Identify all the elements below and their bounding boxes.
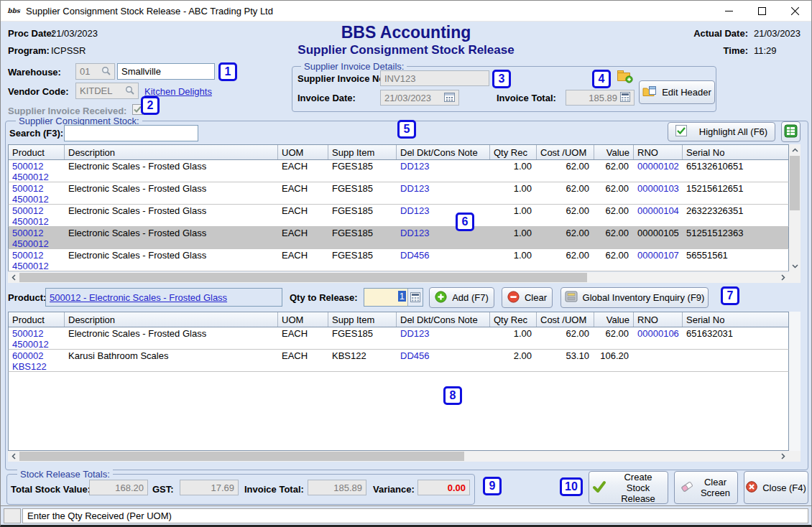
del-note-link[interactable]: DD123: [397, 160, 490, 182]
col-header[interactable]: Product: [9, 145, 65, 159]
close-button[interactable]: [778, 1, 811, 21]
qty-to-release-input[interactable]: 1: [364, 288, 423, 307]
col-header[interactable]: Value: [594, 312, 634, 327]
edit-header-button[interactable]: Edit Header: [639, 80, 715, 104]
uom-cell: EACH: [278, 227, 328, 248]
stock-table-vscroll[interactable]: [789, 144, 801, 272]
description-cell: Karusi Bathroom Scales: [65, 350, 278, 371]
col-header[interactable]: Del Dkt/Cons Note: [397, 145, 490, 159]
stock-table-hscroll[interactable]: [8, 272, 789, 283]
del-note-link[interactable]: DD456: [397, 249, 490, 271]
minimize-button[interactable]: [712, 1, 745, 21]
scroll-right-icon[interactable]: [778, 272, 789, 283]
product-code[interactable]: 500012: [12, 250, 61, 261]
scroll-thumb[interactable]: [19, 452, 464, 461]
col-header[interactable]: Serial No: [683, 312, 788, 327]
del-note-link[interactable]: DD123: [397, 205, 490, 226]
scroll-down-icon[interactable]: [789, 261, 801, 272]
product-code-alt[interactable]: 4500012: [12, 261, 61, 271]
del-note-link[interactable]: DD456: [397, 350, 490, 371]
supp-item-cell: FGES185: [328, 327, 397, 349]
value-cell: 62.00: [594, 327, 634, 349]
stock-table-row[interactable]: 5000124500012 Electronic Scales - Froste…: [8, 249, 789, 271]
product-code[interactable]: 500012: [12, 205, 61, 216]
scroll-thumb[interactable]: [790, 156, 800, 210]
product-code[interactable]: 500012: [12, 183, 61, 194]
global-inventory-enquiry-button[interactable]: Global Inventory Enquiry (F9): [560, 287, 709, 308]
rno-link[interactable]: 00000107: [634, 249, 683, 271]
product-code-alt[interactable]: 4500012: [12, 172, 61, 182]
del-note-link[interactable]: DD123: [397, 227, 490, 248]
vendor-lookup-icon[interactable]: [125, 85, 134, 97]
vendor-code-value: KITDEL: [80, 85, 125, 96]
col-header[interactable]: Cost /UOM: [537, 312, 594, 327]
col-header[interactable]: Qty Rec: [490, 145, 537, 159]
col-header[interactable]: Del Dkt/Cons Note: [397, 312, 490, 327]
warehouse-name-field[interactable]: Smallville: [117, 63, 215, 80]
col-header[interactable]: UOM: [278, 312, 328, 327]
release-table-row[interactable]: 5000124500012 Electronic Scales - Froste…: [8, 327, 789, 350]
product-link[interactable]: 500012 - Electronic Scales - Frosted Gla…: [50, 292, 227, 303]
stock-table-row-selected[interactable]: 5000124500012 Electronic Scales - Froste…: [8, 227, 789, 249]
rno-link[interactable]: 00000102: [634, 160, 683, 182]
vendor-name-link[interactable]: Kitchen Delights: [144, 86, 212, 97]
annotation-badge-5: 5: [397, 120, 416, 139]
search-input[interactable]: [64, 125, 198, 141]
scroll-right-icon[interactable]: [778, 451, 789, 462]
rno-link[interactable]: 00000104: [634, 205, 683, 226]
col-header[interactable]: Supp Item: [328, 145, 397, 159]
close-f4-button[interactable]: Close (F4): [744, 471, 808, 504]
stock-table-row[interactable]: 5000124500012 Electronic Scales - Froste…: [8, 182, 789, 205]
product-code[interactable]: 600002: [12, 350, 61, 361]
rno-link[interactable]: 00000103: [634, 182, 683, 204]
cost-uom-cell: 62.00: [537, 227, 594, 248]
invoice-date-value: 21/03/2023: [384, 93, 444, 103]
col-header[interactable]: RNO: [634, 312, 683, 327]
col-header[interactable]: Product: [9, 312, 65, 327]
col-header[interactable]: Cost /UOM: [537, 145, 594, 159]
clear-screen-button[interactable]: Clear Screen: [674, 471, 738, 504]
col-header[interactable]: UOM: [278, 145, 328, 159]
highlight-all-button[interactable]: Highlight All (F6): [668, 122, 775, 141]
export-excel-button[interactable]: [781, 121, 801, 142]
qty-calculator-icon[interactable]: [407, 289, 423, 306]
warehouse-lookup-icon[interactable]: [101, 66, 111, 78]
product-code-alt[interactable]: KBS122: [12, 361, 61, 371]
actual-date-value: 21/03/2023: [754, 28, 801, 39]
maximize-button[interactable]: [745, 1, 778, 21]
product-code[interactable]: 500012: [12, 328, 61, 339]
rno-cell: 00000105: [634, 227, 683, 248]
inventory-enquiry-icon: [565, 291, 578, 304]
release-table-row[interactable]: 600002KBS122 Karusi Bathroom Scales EACH…: [8, 350, 789, 372]
col-header[interactable]: Qty Rec: [490, 312, 537, 327]
product-code-alt[interactable]: 4500012: [12, 216, 61, 226]
product-code-alt[interactable]: 4500012: [12, 339, 61, 349]
product-code[interactable]: 500012: [12, 228, 61, 238]
rno-link[interactable]: 00000106: [634, 327, 683, 349]
release-table-hscroll[interactable]: [8, 451, 789, 462]
folder-add-icon[interactable]: [617, 68, 633, 85]
product-code-alt[interactable]: 4500012: [12, 194, 61, 204]
stock-table-row[interactable]: 5000124500012 Electronic Scales - Froste…: [8, 205, 789, 227]
scroll-thumb[interactable]: [19, 273, 587, 282]
stock-table-row[interactable]: 5000124500012 Electronic Scales - Froste…: [8, 160, 789, 182]
create-stock-release-button[interactable]: Create Stock Release: [589, 471, 668, 504]
col-header[interactable]: Description: [65, 312, 278, 327]
del-note-link[interactable]: DD123: [397, 327, 490, 349]
serial-cell: 51251512363: [683, 227, 788, 248]
annotation-badge-10: 10: [560, 477, 583, 496]
product-code[interactable]: 500012: [12, 161, 61, 172]
clear-button[interactable]: Clear: [502, 287, 553, 308]
col-header[interactable]: Serial No: [683, 145, 788, 159]
del-note-link[interactable]: DD123: [397, 182, 490, 204]
scroll-up-icon[interactable]: [789, 144, 801, 156]
clear-icon: [507, 291, 520, 305]
scroll-left-icon[interactable]: [8, 451, 19, 462]
col-header[interactable]: Description: [65, 145, 278, 159]
col-header[interactable]: RNO: [634, 145, 683, 159]
product-code-alt[interactable]: 4500012: [12, 238, 61, 248]
col-header[interactable]: Value: [594, 145, 634, 159]
scroll-left-icon[interactable]: [8, 272, 19, 283]
add-button[interactable]: Add (F7): [429, 287, 494, 308]
col-header[interactable]: Supp Item: [328, 312, 397, 327]
